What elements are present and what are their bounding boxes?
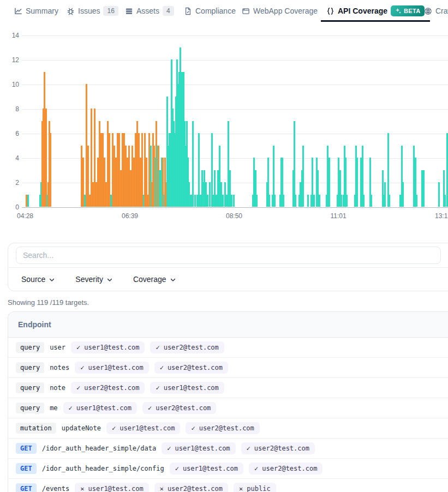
chart-bar[interactable] — [207, 195, 208, 207]
check-icon: ✓ — [247, 445, 250, 452]
target-label: public — [247, 485, 270, 492]
endpoint-path: notes — [50, 364, 69, 371]
targets-summary-text: Showing 119 /119 targets. — [8, 298, 448, 307]
check-icon: ✓ — [156, 344, 159, 351]
tab-summary[interactable]: Summary — [9, 0, 64, 22]
chart-bar[interactable] — [363, 195, 365, 207]
tab-api-coverage[interactable]: API CoverageBETA — [321, 0, 430, 22]
endpoint-column-header: Endpoint — [8, 312, 448, 338]
table-row[interactable]: queryuser✓user1@test.com✓user2@test.com — [8, 338, 448, 358]
document-icon — [184, 7, 192, 15]
y-axis-tick-label: 12 — [0, 56, 19, 64]
table-row[interactable]: GET/events✕user1@test.com✕user2@test.com… — [8, 479, 448, 492]
table-row[interactable]: querynotes✓user1@test.com✓user2@test.com — [8, 358, 448, 378]
method-badge: GET — [16, 483, 37, 492]
chart-bar[interactable] — [209, 182, 211, 207]
chart-bar[interactable] — [231, 195, 232, 207]
target-coverage-badge: ✓user2@test.com — [150, 341, 224, 353]
chart-bar[interactable] — [389, 195, 390, 207]
chart-bar[interactable] — [438, 182, 440, 207]
table-row[interactable]: mutationupdateNote✓user1@test.com✓user2@… — [8, 418, 448, 439]
cross-icon: ✕ — [160, 485, 164, 492]
chart-bar[interactable] — [444, 195, 446, 207]
cross-icon: ✕ — [80, 485, 84, 492]
chart-bar[interactable] — [423, 170, 425, 207]
tab-assets[interactable]: Assets4 — [120, 0, 180, 22]
chart-bar[interactable] — [27, 195, 29, 207]
chart-bar[interactable] — [313, 195, 315, 207]
chart-bar[interactable] — [192, 121, 194, 207]
browser-icon — [242, 7, 250, 15]
endpoint-path: updateNote — [62, 424, 101, 432]
tab-label: Assets — [136, 7, 159, 15]
tab-webapp-coverage[interactable]: WebApp Coverage — [236, 0, 323, 22]
target-label: user2@test.com — [164, 344, 219, 351]
chevron-down-icon — [106, 275, 114, 284]
chart-bar[interactable] — [341, 195, 342, 207]
chart-bar[interactable] — [233, 195, 235, 207]
chart-bar[interactable] — [346, 195, 348, 207]
filter-coverage[interactable]: Coverage — [133, 275, 177, 284]
target-label: user1@test.com — [183, 465, 238, 472]
chart-bar[interactable] — [416, 195, 417, 207]
gridline-y-14 — [22, 35, 448, 36]
chart-bar[interactable] — [319, 195, 320, 207]
chart-bar[interactable] — [384, 182, 386, 207]
search-input[interactable] — [16, 247, 441, 264]
check-icon: ✓ — [112, 424, 116, 432]
y-axis-tick-label: 8 — [0, 105, 19, 113]
filter-label: Source — [21, 275, 45, 284]
chart-bar[interactable] — [274, 195, 276, 207]
chart-bar[interactable] — [371, 195, 372, 207]
chevron-down-icon — [169, 275, 177, 284]
check-icon: ✓ — [148, 404, 152, 412]
x-axis-tick-label: 04:28 — [17, 212, 33, 220]
check-icon: ✓ — [156, 384, 159, 392]
endpoint-path: me — [50, 404, 57, 412]
table-row[interactable]: GET/idor_auth_header_simple/data✓user1@t… — [8, 439, 448, 459]
chart-bar[interactable] — [328, 158, 330, 207]
count-badge: 4 — [163, 6, 174, 16]
chart-bar[interactable] — [283, 195, 284, 207]
x-axis-tick-label: 08:50 — [226, 212, 242, 220]
check-icon: ✓ — [160, 364, 164, 371]
chart-bar[interactable] — [268, 195, 270, 207]
chart-bar[interactable] — [256, 195, 258, 207]
filter-source[interactable]: Source — [21, 275, 56, 284]
y-axis-tick-label: 4 — [0, 154, 19, 162]
chart-bar[interactable] — [194, 195, 196, 207]
web-icon — [424, 7, 432, 15]
target-label: user1@test.com — [120, 424, 175, 432]
check-icon: ✓ — [191, 424, 195, 432]
target-coverage-badge: ✓user1@test.com — [75, 362, 148, 374]
table-row[interactable]: queryme✓user1@test.com✓user2@test.com — [8, 398, 448, 418]
chart-plot-area — [22, 35, 448, 207]
target-coverage-badge: ✓user1@test.com — [162, 442, 235, 454]
endpoint-path: note — [50, 384, 65, 392]
chart-bar[interactable] — [295, 195, 296, 207]
chart-bar[interactable] — [45, 109, 47, 207]
target-label: user2@test.com — [84, 384, 139, 392]
filter-severity[interactable]: Severity — [75, 275, 114, 284]
chart-bar[interactable] — [302, 146, 304, 207]
target-coverage-badge: ✓user1@test.com — [63, 402, 137, 414]
target-coverage-badge: ✓user2@test.com — [142, 402, 216, 414]
search-wrap — [8, 243, 448, 267]
table-row[interactable]: GET/idor_auth_header_simple/config✓user1… — [8, 459, 448, 479]
chart-bar[interactable] — [307, 195, 309, 207]
count-badge: 16 — [103, 6, 118, 16]
chart-bar[interactable] — [222, 195, 224, 207]
tab-issues[interactable]: Issues16 — [61, 0, 124, 22]
chart-bar[interactable] — [402, 182, 404, 207]
target-coverage-badge: ✓user1@test.com — [150, 382, 224, 394]
target-label: user2@test.com — [199, 424, 254, 432]
chart-bar[interactable] — [356, 158, 358, 207]
tab-compliance[interactable]: Compliance — [178, 0, 241, 22]
target-label: user1@test.com — [175, 445, 230, 452]
chart-bar[interactable] — [50, 133, 51, 207]
tab-crawler[interactable]: Crawler — [419, 0, 448, 22]
table-row[interactable]: querynote✓user2@test.com✓user1@test.com — [8, 378, 448, 398]
endpoint-path: /events — [42, 485, 70, 492]
endpoint-path: /idor_auth_header_simple/data — [42, 445, 157, 452]
chart-bar[interactable] — [294, 121, 295, 207]
